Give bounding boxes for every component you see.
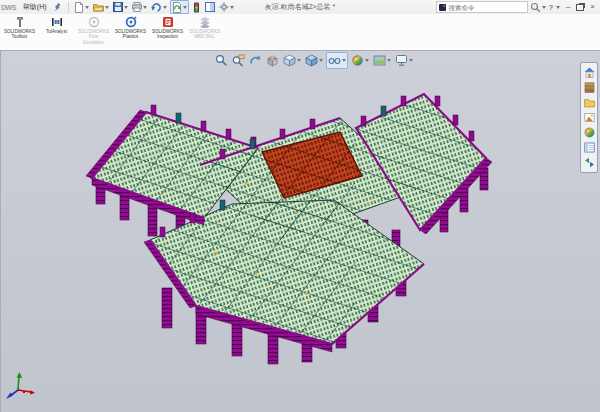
new-button[interactable] [73, 1, 90, 13]
new-dropdown-caret[interactable] [85, 6, 89, 9]
flow-simulation-icon [88, 16, 100, 28]
title-bar: DWS 帮助(H) [0, 0, 600, 15]
save-button[interactable] [112, 1, 129, 13]
display-pane-button[interactable] [204, 1, 216, 13]
ribbon-button-label: SOLIDWORKS Inspection [152, 29, 183, 40]
search-icon[interactable] [530, 2, 541, 13]
edit-appearance-icon[interactable] [350, 53, 370, 68]
solidworks-logo-fragment: DWS [1, 4, 16, 11]
inspection-icon [162, 16, 174, 28]
ribbon-solidworks-plastics-button[interactable]: SOLIDWORKS Plastics [113, 16, 148, 40]
ribbon-button-label: SOLIDWORKS Plastics [115, 29, 146, 40]
restore-button[interactable] [576, 4, 584, 11]
solidworks-search-scope-icon [439, 4, 446, 11]
plastics-icon [125, 16, 137, 28]
undo-button[interactable] [150, 1, 168, 13]
print-dropdown-caret[interactable] [143, 6, 147, 9]
ribbon-button-label: SOLIDWORKS Flow Simulation [78, 29, 109, 45]
undo-dropdown-caret[interactable] [163, 6, 167, 9]
search-box[interactable] [436, 1, 528, 13]
hide-show-items-icon[interactable] [326, 52, 348, 69]
design-library-icon[interactable] [584, 82, 595, 93]
toolbox-icon [14, 16, 26, 28]
assembly-model[interactable] [55, 72, 505, 376]
graphics-viewport[interactable] [0, 50, 600, 412]
solidworks-forum-icon[interactable] [584, 157, 595, 168]
task-pane-tabs [580, 62, 598, 173]
appearances-scenes-icon[interactable] [584, 127, 595, 138]
close-button[interactable]: × [590, 3, 595, 11]
tolanalyst-icon [51, 16, 63, 28]
ribbon-addins-tab-content: SOLIDWORKS Toolbox TolAnalyst SOLIDWORKS… [0, 14, 600, 53]
ribbon-mbd-snl-button: SOLIDWORKS MBD SNL [187, 16, 222, 40]
save-dropdown-caret[interactable] [124, 6, 128, 9]
open-dropdown-caret[interactable] [105, 6, 109, 9]
help-dropdown-caret[interactable] [556, 6, 560, 9]
search-input[interactable] [448, 4, 525, 11]
view-orientation-caret[interactable] [297, 59, 301, 62]
search-dropdown-caret[interactable] [542, 6, 546, 9]
ribbon-button-label: TolAnalyst [46, 29, 67, 34]
solidworks-window: DWS 帮助(H) [0, 0, 600, 412]
view-palette-icon[interactable] [584, 112, 595, 123]
heads-up-view-toolbar [213, 53, 415, 67]
ribbon-solidworks-inspection-button[interactable]: SOLIDWORKS Inspection [150, 16, 185, 40]
ribbon-tolanalyst-button[interactable]: TolAnalyst [39, 16, 74, 34]
view-orientation-icon[interactable] [282, 53, 302, 68]
previous-view-icon[interactable] [248, 53, 263, 68]
open-button[interactable] [92, 1, 110, 13]
coordinate-triad [4, 370, 38, 404]
ribbon-solidworks-toolbox-button[interactable]: SOLIDWORKS Toolbox [2, 16, 37, 40]
performance-traffic-light-button[interactable] [191, 1, 202, 13]
file-explorer-icon[interactable] [584, 97, 595, 108]
print-button[interactable] [131, 1, 148, 13]
rebuild-button[interactable] [170, 0, 189, 14]
apply-scene-caret[interactable] [387, 59, 391, 62]
view-settings-icon[interactable] [394, 53, 414, 68]
toolbar-separator [68, 2, 69, 12]
minimize-button[interactable]: – [566, 3, 570, 11]
options-button[interactable] [218, 1, 235, 13]
ribbon-button-label: SOLIDWORKS MBD SNL [189, 29, 220, 40]
pin-menu-icon[interactable] [54, 2, 62, 12]
display-style-caret[interactable] [319, 59, 323, 62]
edit-appearance-caret[interactable] [365, 59, 369, 62]
section-view-icon[interactable] [265, 53, 280, 68]
zoom-to-area-icon[interactable] [231, 53, 246, 68]
menu-help[interactable]: 帮助(H) [19, 2, 51, 12]
ribbon-flow-simulation-button: SOLIDWORKS Flow Simulation [76, 16, 111, 45]
ribbon-button-label: SOLIDWORKS Toolbox [4, 29, 35, 40]
display-style-icon[interactable] [304, 53, 324, 68]
rebuild-dropdown-caret[interactable] [183, 6, 187, 9]
custom-properties-icon[interactable] [584, 142, 595, 153]
help-button[interactable]: ? [548, 3, 552, 12]
zoom-to-fit-icon[interactable] [214, 53, 229, 68]
mbd-icon [199, 16, 211, 28]
view-settings-caret[interactable] [409, 59, 413, 62]
hide-show-items-caret[interactable] [342, 59, 346, 62]
solidworks-resources-icon[interactable] [584, 67, 595, 78]
apply-scene-icon[interactable] [372, 53, 392, 68]
options-dropdown-caret[interactable] [230, 6, 234, 9]
